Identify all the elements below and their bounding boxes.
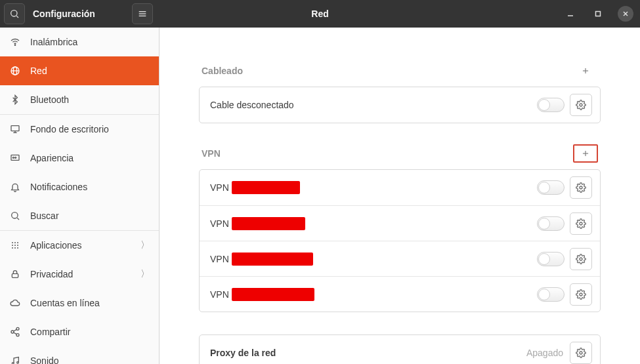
sidebar-item-label: Aplicaciones	[30, 240, 82, 251]
vpn-settings-button[interactable]	[570, 176, 592, 199]
sidebar-item-wifi[interactable]: Inalámbrica	[0, 28, 159, 56]
svg-point-28	[14, 247, 16, 249]
sidebar-item-network[interactable]: Red	[0, 56, 159, 85]
minimize-button[interactable]	[563, 6, 578, 22]
svg-point-9	[14, 45, 15, 45]
app-title: Configuración	[29, 9, 102, 19]
cloud-icon	[9, 298, 21, 308]
vpn-toggle[interactable]	[537, 180, 565, 195]
sidebar-item-online-accounts[interactable]: Cuentas en línea	[0, 289, 159, 317]
sidebar-item-applications[interactable]: Aplicaciones 〉	[0, 231, 159, 260]
sidebar-item-label: Buscar	[30, 211, 59, 221]
svg-point-21	[12, 242, 13, 243]
proxy-settings-button[interactable]	[570, 342, 592, 364]
proxy-row[interactable]: Proxy de la red Apagado	[200, 335, 600, 364]
sidebar-item-sharing[interactable]: Compartir	[0, 317, 159, 346]
page-title: Red	[311, 9, 328, 19]
svg-point-36	[12, 362, 14, 364]
vpn-settings-button[interactable]	[570, 283, 592, 306]
bell-icon	[9, 182, 21, 192]
sidebar-item-privacy[interactable]: Privacidad 〉	[0, 260, 159, 289]
svg-line-1	[16, 16, 18, 18]
vpn-row: VPN	[200, 170, 600, 205]
svg-point-18	[15, 157, 16, 158]
titlebar: Configuración Red	[0, 0, 640, 28]
svg-point-45	[580, 258, 582, 260]
sidebar-item-background[interactable]: Fondo de escritorio	[0, 115, 159, 144]
sidebar-item-appearance[interactable]: Apariencia	[0, 144, 159, 172]
sidebar-item-label: Privacidad	[30, 269, 73, 279]
wired-section-title: Cableado	[202, 66, 243, 76]
vpn-row-prefix: VPN	[210, 289, 229, 300]
sidebar-item-label: Inalámbrica	[30, 37, 77, 47]
lock-icon	[9, 269, 21, 279]
svg-line-20	[17, 218, 19, 220]
sidebar: Inalámbrica Red Bluetooth Fondo de escri…	[0, 28, 160, 364]
svg-rect-6	[596, 12, 601, 16]
sidebar-item-label: Apariencia	[30, 153, 74, 163]
sidebar-item-label: Fondo de escritorio	[30, 124, 109, 134]
menu-button[interactable]	[132, 3, 153, 24]
wired-connection-row: Cable desconectado	[200, 87, 600, 123]
svg-point-46	[580, 293, 582, 296]
svg-point-47	[580, 352, 582, 354]
vpn-settings-button[interactable]	[570, 248, 592, 270]
svg-point-31	[16, 327, 19, 330]
svg-line-34	[14, 333, 17, 334]
sidebar-item-label: Cuentas en línea	[30, 298, 100, 308]
wired-settings-button[interactable]	[570, 94, 592, 116]
add-vpn-button[interactable]	[573, 144, 598, 163]
wired-panel: Cable desconectado	[199, 87, 601, 123]
svg-line-35	[14, 329, 17, 331]
vpn-name-redacted	[232, 217, 305, 230]
search-button[interactable]	[4, 3, 25, 24]
chevron-right-icon: 〉	[140, 239, 150, 251]
sidebar-item-label: Bluetooth	[30, 94, 69, 105]
sidebar-item-label: Compartir	[30, 327, 70, 337]
vpn-panel: VPN VPN VPN	[199, 169, 601, 312]
appearance-icon	[9, 153, 21, 163]
sidebar-item-label: Red	[30, 66, 47, 76]
proxy-label: Proxy de la red	[210, 348, 276, 358]
svg-point-43	[580, 186, 582, 189]
svg-point-32	[11, 331, 14, 333]
svg-point-44	[580, 222, 582, 225]
vpn-settings-button[interactable]	[570, 212, 592, 235]
vpn-section-title: VPN	[202, 148, 221, 159]
svg-point-23	[17, 242, 18, 243]
grid-icon	[9, 240, 21, 251]
vpn-toggle[interactable]	[537, 287, 565, 302]
vpn-row: VPN	[200, 276, 600, 312]
sidebar-item-notifications[interactable]: Notificaciones	[0, 172, 159, 201]
svg-point-27	[12, 247, 13, 249]
proxy-status: Apagado	[526, 348, 563, 358]
vpn-name-redacted	[232, 288, 314, 301]
sidebar-item-label: Notificaciones	[30, 182, 87, 192]
close-button[interactable]	[618, 6, 633, 22]
svg-point-33	[16, 333, 19, 336]
svg-point-24	[12, 245, 13, 246]
vpn-name-redacted	[232, 181, 300, 194]
bluetooth-icon	[9, 94, 21, 105]
svg-point-40	[580, 104, 582, 106]
sidebar-item-sound[interactable]: Sonido	[0, 346, 159, 364]
sidebar-item-search[interactable]: Buscar	[0, 201, 159, 230]
sidebar-item-bluetooth[interactable]: Bluetooth	[0, 85, 159, 114]
vpn-row-prefix: VPN	[210, 218, 229, 229]
vpn-toggle[interactable]	[537, 216, 565, 231]
svg-point-17	[12, 157, 14, 158]
proxy-panel: Proxy de la red Apagado	[199, 334, 601, 364]
music-icon	[9, 355, 21, 365]
wired-toggle[interactable]	[537, 98, 565, 112]
search-icon	[9, 211, 21, 221]
maximize-button[interactable]	[590, 6, 606, 22]
svg-point-0	[11, 10, 17, 16]
add-wired-button[interactable]	[573, 62, 598, 80]
share-icon	[9, 327, 21, 337]
vpn-toggle[interactable]	[537, 252, 565, 266]
svg-rect-13	[11, 125, 19, 131]
svg-point-19	[12, 212, 18, 218]
svg-rect-30	[12, 273, 18, 277]
content: Cableado Cable desconectado	[160, 28, 640, 364]
vpn-row-prefix: VPN	[210, 254, 229, 264]
